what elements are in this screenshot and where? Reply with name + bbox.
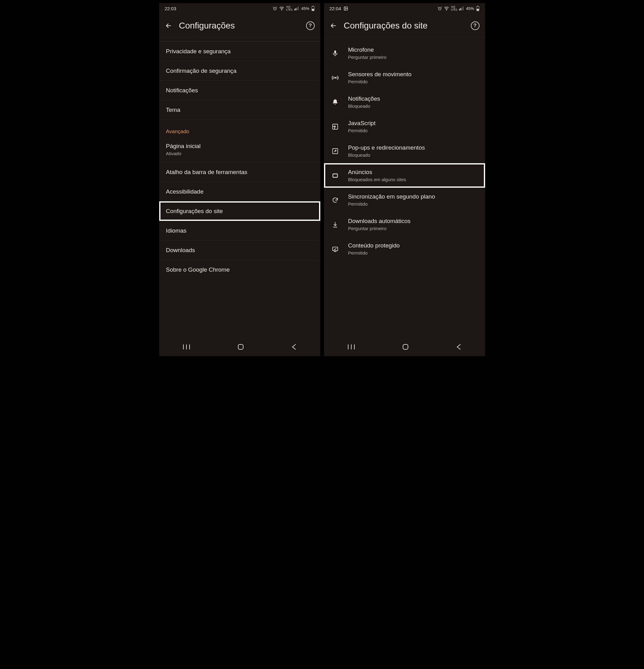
wifi-icon	[444, 6, 449, 11]
row-sub: Bloqueado	[348, 152, 425, 158]
download-icon	[331, 221, 340, 228]
sync-icon	[331, 197, 340, 203]
svg-rect-5	[298, 6, 299, 11]
svg-point-14	[345, 8, 346, 8]
svg-rect-4	[297, 8, 297, 11]
row-popups[interactable]: Pop-ups e redirecionamentos Bloqueado	[324, 139, 485, 163]
row-label: Downloads	[166, 247, 314, 254]
battery-text: 45%	[466, 6, 474, 11]
volte-icon: Vo)LTE1	[451, 5, 458, 11]
row-sub: Permitido	[348, 201, 435, 207]
truncated-top	[159, 38, 320, 42]
row-ads[interactable]: Anúncios Bloqueados em alguns sites	[324, 163, 485, 188]
row-label: Notificações	[348, 95, 381, 102]
row-toolbar-shortcut[interactable]: Atalho da barra de ferramentas	[159, 162, 320, 182]
row-label: Conteúdo protegido	[348, 242, 400, 249]
motion-icon	[331, 74, 340, 81]
nav-back[interactable]	[456, 343, 461, 352]
js-icon	[331, 123, 340, 130]
row-label: JavaScript	[348, 120, 376, 127]
status-bar: 22:04 Vo)LTE1 45%	[324, 3, 485, 14]
row-label: Sensores de movimento	[348, 71, 412, 78]
row-sub: Bloqueado	[348, 103, 381, 109]
row-sub: Permitido	[348, 79, 412, 84]
nav-recents[interactable]	[347, 344, 355, 351]
svg-point-25	[334, 77, 336, 79]
app-bar: Configurações do site ?	[324, 14, 485, 38]
row-notifications[interactable]: Notificações Bloqueado	[324, 90, 485, 114]
svg-rect-18	[460, 8, 461, 10]
svg-rect-2	[294, 9, 295, 11]
battery-text: 45%	[301, 6, 309, 11]
row-homepage[interactable]: Página inicial Ativado	[159, 137, 320, 162]
help-button[interactable]: ?	[306, 22, 315, 30]
wifi-icon	[279, 6, 284, 11]
row-label: Sincronização em segundo plano	[348, 193, 435, 200]
row-site-settings[interactable]: Configurações do site	[159, 201, 320, 221]
row-notifications[interactable]: Notificações	[159, 81, 320, 100]
row-privacy[interactable]: Privacidade e segurança	[159, 42, 320, 61]
row-about[interactable]: Sobre o Google Chrome	[159, 260, 320, 279]
row-label: Confirmação de segurança	[166, 68, 314, 74]
protected-icon	[331, 246, 340, 253]
nav-home[interactable]	[402, 343, 409, 352]
page-title: Configurações	[179, 21, 299, 31]
nav-back[interactable]	[291, 343, 297, 352]
row-sub: Ativado	[166, 151, 314, 156]
nav-recents[interactable]	[183, 344, 190, 351]
row-label: Configurações do site	[166, 208, 314, 215]
row-theme[interactable]: Tema	[159, 100, 320, 119]
volte-icon: Vo)LTE1	[286, 5, 293, 11]
row-safety-check[interactable]: Confirmação de segurança	[159, 61, 320, 81]
svg-point-16	[446, 10, 446, 10]
svg-point-1	[281, 10, 282, 10]
signal-icon	[294, 6, 299, 11]
row-sub: Perguntar primeiro	[348, 226, 411, 231]
row-label: Sobre o Google Chrome	[166, 266, 314, 273]
row-motion-sensors[interactable]: Sensores de movimento Permitido	[324, 65, 485, 90]
svg-rect-19	[461, 8, 462, 11]
row-accessibility[interactable]: Acessibilidade	[159, 182, 320, 201]
row-javascript[interactable]: JavaScript Permitido	[324, 114, 485, 139]
nav-home[interactable]	[237, 343, 244, 352]
battery-icon	[311, 6, 315, 11]
battery-icon	[476, 6, 480, 11]
svg-rect-23	[477, 9, 478, 11]
status-bar: 22:03 Vo)LTE1 45%	[159, 3, 320, 14]
mic-icon	[331, 50, 340, 57]
signal-icon	[459, 6, 464, 11]
row-label: Pop-ups e redirecionamentos	[348, 144, 425, 151]
svg-rect-20	[463, 6, 463, 11]
row-label: Tema	[166, 106, 314, 113]
ads-icon	[331, 172, 340, 179]
back-icon[interactable]	[165, 22, 172, 29]
row-downloads[interactable]: Downloads	[159, 240, 320, 260]
phone-right: 22:04 Vo)LTE1 45% Configurações do site …	[324, 3, 485, 356]
svg-rect-29	[332, 247, 338, 251]
row-sub: Permitido	[348, 128, 376, 133]
row-microphone[interactable]: Microfone Perguntar primeiro	[324, 41, 485, 65]
row-label: Idiomas	[166, 227, 314, 234]
svg-rect-12	[238, 344, 243, 350]
bell-icon	[331, 99, 340, 105]
row-sub: Permitido	[348, 250, 400, 256]
status-time: 22:04	[330, 6, 341, 11]
content: Microfone Perguntar primeiro Sensores de…	[324, 38, 485, 339]
row-label: Anúncios	[348, 169, 406, 175]
row-auto-downloads[interactable]: Downloads automáticos Perguntar primeiro	[324, 212, 485, 237]
row-languages[interactable]: Idiomas	[159, 221, 320, 240]
page-title: Configurações do site	[344, 21, 464, 31]
nav-bar	[159, 339, 320, 356]
row-label: Acessibilidade	[166, 188, 314, 195]
section-advanced: Avançado	[159, 119, 320, 137]
svg-rect-28	[333, 174, 337, 177]
row-background-sync[interactable]: Sincronização em segundo plano Permitido	[324, 188, 485, 212]
row-label: Downloads automáticos	[348, 218, 411, 225]
row-protected-content[interactable]: Conteúdo protegido Permitido	[324, 237, 485, 261]
row-sub: Perguntar primeiro	[348, 55, 387, 60]
alarm-icon	[438, 6, 442, 11]
alarm-icon	[273, 6, 277, 11]
help-button[interactable]: ?	[471, 22, 480, 30]
back-icon[interactable]	[330, 22, 337, 29]
row-label: Notificações	[166, 87, 314, 94]
